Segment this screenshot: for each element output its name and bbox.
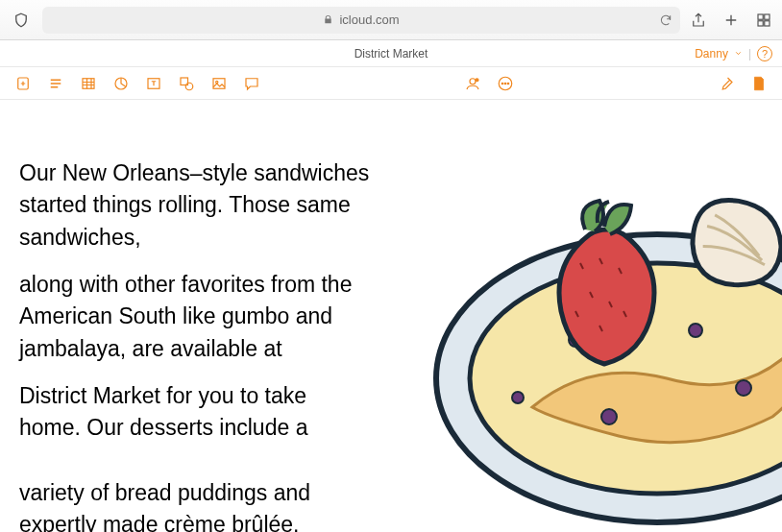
paragraph: along with other favorites from the Amer… <box>19 269 365 365</box>
svg-point-22 <box>689 324 702 337</box>
insert-table-button[interactable] <box>79 74 98 93</box>
svg-point-13 <box>476 78 478 81</box>
insert-text-button[interactable] <box>144 74 163 93</box>
new-tab-button[interactable] <box>722 12 740 29</box>
paragraph-style-button[interactable] <box>46 74 65 93</box>
paragraph: District Market for you to take home. Ou… <box>19 380 327 445</box>
add-page-button[interactable] <box>13 74 33 93</box>
svg-point-24 <box>512 392 524 403</box>
svg-point-16 <box>504 83 506 85</box>
svg-rect-0 <box>758 14 763 19</box>
svg-point-9 <box>185 83 193 90</box>
svg-rect-2 <box>758 20 763 25</box>
refresh-icon[interactable] <box>659 13 672 27</box>
collaborate-button[interactable] <box>463 74 482 93</box>
url-field[interactable]: icloud.com <box>42 7 680 34</box>
more-button[interactable] <box>496 74 515 93</box>
svg-rect-1 <box>765 14 770 19</box>
dessert-illustration[interactable] <box>359 100 782 532</box>
svg-rect-5 <box>83 78 94 88</box>
svg-point-15 <box>501 83 503 85</box>
share-button[interactable] <box>690 12 707 29</box>
document-options-button[interactable] <box>749 74 769 93</box>
browser-toolbar: icloud.com <box>0 0 782 40</box>
url-text: icloud.com <box>339 12 399 27</box>
help-button[interactable]: ? <box>757 46 772 61</box>
chevron-down-icon <box>734 49 743 58</box>
pages-toolbar <box>0 67 782 100</box>
tab-overview-button[interactable] <box>755 12 772 29</box>
svg-point-21 <box>601 409 617 424</box>
insert-image-button[interactable] <box>209 74 229 93</box>
svg-point-12 <box>470 78 476 84</box>
format-brush-button[interactable] <box>717 74 736 93</box>
paragraph: variety of bread puddings and expertly m… <box>19 477 317 532</box>
pages-header: District Market Danny | ? <box>0 40 782 67</box>
user-menu[interactable]: Danny <box>695 47 728 60</box>
svg-point-17 <box>507 83 509 85</box>
svg-rect-3 <box>765 20 770 25</box>
insert-chart-button[interactable] <box>111 74 131 93</box>
insert-comment-button[interactable] <box>242 74 261 93</box>
lock-icon <box>323 14 333 25</box>
document-canvas[interactable]: Our New Orleans–style sandwiches started… <box>0 100 782 532</box>
svg-point-23 <box>736 380 751 396</box>
document-title: District Market <box>354 47 428 60</box>
privacy-report-button[interactable] <box>10 9 33 32</box>
svg-rect-10 <box>213 78 225 88</box>
insert-shape-button[interactable] <box>177 74 196 93</box>
